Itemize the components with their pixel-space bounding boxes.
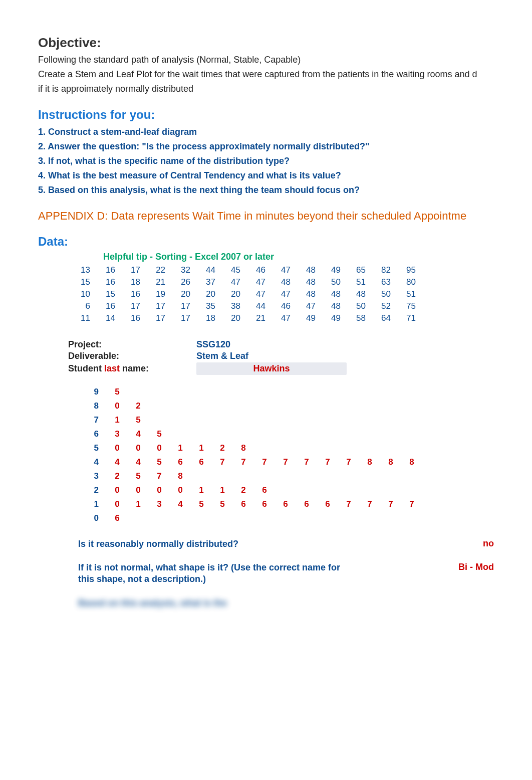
leaf-cell: [296, 483, 317, 497]
data-block: Helpful tip - Sorting - Excel 2007 or la…: [68, 252, 532, 324]
leaf-cell: 2: [107, 469, 128, 483]
leaf-cell: [401, 469, 422, 483]
leaf-cell: 1: [191, 483, 212, 497]
data-cell: 49: [294, 312, 319, 324]
data-cell: 26: [168, 276, 193, 288]
data-cell: 17: [118, 300, 143, 312]
leaf-cell: 7: [338, 455, 359, 469]
leaf-cell: [149, 385, 170, 399]
leaf-cell: 6: [296, 497, 317, 511]
leaf-cell: [401, 511, 422, 525]
data-cell: 58: [344, 312, 369, 324]
data-cell: 20: [193, 288, 218, 300]
leaf-cell: [212, 511, 233, 525]
qa-block: Is it reasonably normally distributed? n…: [78, 538, 504, 610]
stem-leaf-row: 1013455666667777: [78, 497, 422, 511]
student-label-red: last: [104, 363, 120, 373]
project-value: SSG120: [196, 339, 230, 350]
data-cell: 82: [369, 264, 394, 276]
leaf-cell: 7: [317, 455, 338, 469]
data-cell: 71: [394, 312, 419, 324]
data-cell: 6: [68, 300, 93, 312]
leaf-cell: [317, 413, 338, 427]
leaf-cell: [317, 399, 338, 413]
leaf-cell: 1: [107, 413, 128, 427]
leaf-cell: 6: [317, 497, 338, 511]
leaf-cell: [359, 385, 380, 399]
leaf-cell: 7: [401, 497, 422, 511]
student-name-value: Hawkins: [196, 362, 347, 375]
leaf-cell: 1: [170, 441, 191, 455]
data-cell: 13: [68, 264, 93, 276]
stem-leaf-row: 802: [78, 399, 422, 413]
deliverable-value: Stem & Leaf: [196, 351, 248, 361]
leaf-cell: [296, 427, 317, 441]
leaf-cell: [401, 483, 422, 497]
leaf-cell: [254, 413, 275, 427]
leaf-cell: [254, 511, 275, 525]
data-cell: 65: [344, 264, 369, 276]
stem-leaf-row: 95: [78, 385, 422, 399]
data-cell: 45: [218, 264, 243, 276]
data-cell: 22: [143, 264, 168, 276]
qa-question-1: Is it reasonably normally distributed?: [78, 538, 349, 550]
leaf-cell: [359, 427, 380, 441]
leaf-cell: 2: [128, 399, 149, 413]
objective-line2: Create a Stem and Leaf Plot for the wait…: [38, 68, 532, 81]
leaf-cell: [296, 469, 317, 483]
leaf-cell: [296, 511, 317, 525]
data-table: 1316172232444546474849658295151618212637…: [68, 264, 419, 324]
leaf-cell: 5: [149, 455, 170, 469]
leaf-cell: [191, 469, 212, 483]
qa-row-1: Is it reasonably normally distributed? n…: [78, 538, 504, 550]
leaf-cell: 3: [107, 427, 128, 441]
data-cell: 63: [369, 276, 394, 288]
leaf-cell: [212, 469, 233, 483]
leaf-cell: 6: [254, 497, 275, 511]
deliverable-label: Deliverable:: [68, 351, 196, 361]
leaf-cell: 0: [107, 483, 128, 497]
leaf-cell: [317, 469, 338, 483]
stem-cell: 1: [78, 497, 107, 511]
leaf-cell: [149, 399, 170, 413]
leaf-cell: 4: [128, 455, 149, 469]
data-cell: 20: [168, 288, 193, 300]
leaf-cell: [317, 441, 338, 455]
leaf-cell: 3: [149, 497, 170, 511]
qa-answer-1: no: [434, 538, 494, 549]
data-cell: 47: [243, 288, 269, 300]
leaf-cell: 2: [212, 441, 233, 455]
leaf-cell: 0: [128, 483, 149, 497]
project-label: Project:: [68, 339, 196, 350]
stem-leaf-row: 715: [78, 413, 422, 427]
stem-cell: 6: [78, 427, 107, 441]
data-cell: 20: [218, 312, 243, 324]
objective-line1: Following the standard path of analysis …: [38, 54, 532, 66]
leaf-cell: 1: [212, 483, 233, 497]
data-cell: 38: [218, 300, 243, 312]
leaf-cell: [170, 385, 191, 399]
leaf-cell: 5: [191, 497, 212, 511]
data-cell: 50: [369, 288, 394, 300]
leaf-cell: [275, 413, 296, 427]
stem-leaf-table: 9580271563455000112844456677777778883257…: [78, 385, 422, 525]
leaf-cell: [359, 469, 380, 483]
leaf-cell: [359, 441, 380, 455]
leaf-cell: 8: [233, 441, 254, 455]
stem-cell: 3: [78, 469, 107, 483]
leaf-cell: [254, 441, 275, 455]
data-cell: 64: [369, 312, 394, 324]
stem-cell: 2: [78, 483, 107, 497]
data-cell: 48: [294, 276, 319, 288]
stem-cell: 9: [78, 385, 107, 399]
qa-question-3: Based on this analysis, what is the: [78, 598, 349, 609]
leaf-cell: [401, 399, 422, 413]
leaf-cell: [380, 427, 401, 441]
data-table-row: 1114161717182021474949586471: [68, 312, 419, 324]
leaf-cell: [212, 427, 233, 441]
instructions-list: 1. Construct a stem-and-leaf diagram 2. …: [38, 127, 532, 196]
leaf-cell: [275, 511, 296, 525]
objective-heading: Objective:: [38, 35, 532, 51]
data-table-row: 1015161920202047474848485051: [68, 288, 419, 300]
leaf-cell: [359, 511, 380, 525]
